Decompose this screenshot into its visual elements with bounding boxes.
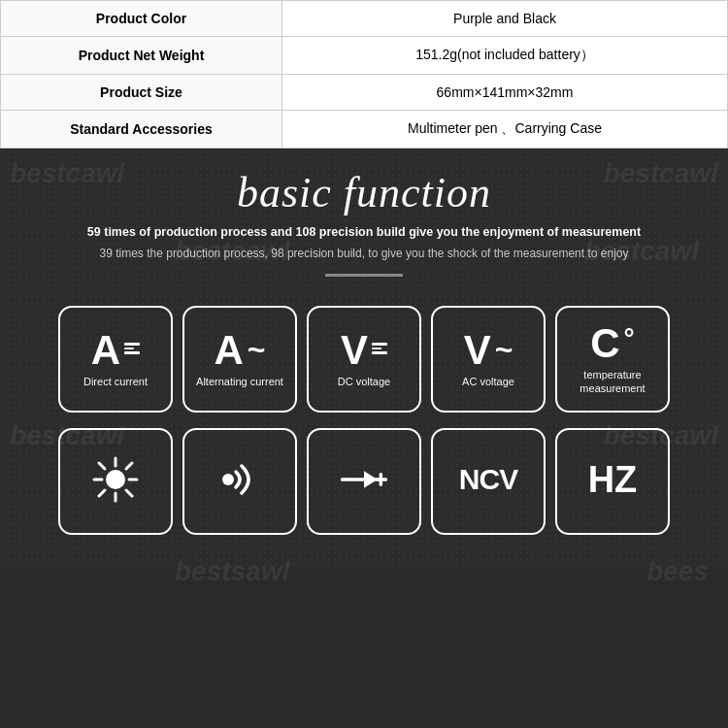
product-specs-table: Product Color Purple and Black Product N… [0,0,728,149]
table-row: Standard Accessories Multimeter pen 、Car… [1,111,728,149]
spec-value: Multimeter pen 、Carrying Case [282,111,728,149]
section-title: basic function [29,168,699,217]
ac-voltage-icon: V~ [464,330,513,371]
table-row: Product Color Purple and Black [1,1,728,37]
spec-label: Product Size [1,75,282,111]
watermark: bees [646,556,709,587]
spec-value: 66mm×141mm×32mm [282,75,728,111]
direct-current-label: Direct current [83,375,148,388]
ncv-icon: NCV [459,465,517,494]
continuity-card [182,428,297,535]
continuity-icon [215,456,265,503]
subtitle-bold: 59 times of production process and 108 p… [29,225,699,239]
dc-voltage-label: DC voltage [338,375,390,388]
diode-svg [339,456,389,503]
svg-line-5 [99,463,105,469]
spec-value: Purple and Black [282,1,728,37]
specs-table: Product Color Purple and Black Product N… [0,0,728,149]
spec-value: 151.2g(not included battery） [282,37,728,75]
spec-label: Product Color [1,1,282,37]
direct-current-icon: A [91,330,140,371]
watermark: bestsawl [175,556,289,587]
subtitle-light: 39 times the production process, 98 prec… [29,247,699,260]
ac-voltage-label: AC voltage [462,375,514,388]
svg-line-6 [126,490,132,496]
table-row: Product Net Weight 151.2g(not included b… [1,37,728,75]
alternating-current-card: A~ Alternating current [182,306,297,413]
icon-row-2: NCV HZ [29,428,699,535]
svg-line-7 [126,463,132,469]
temperature-icon: C° [590,323,635,364]
svg-point-9 [222,474,234,485]
diode-card [307,428,421,535]
backlight-icon [92,456,139,503]
hz-card: HZ [555,428,670,535]
sun-svg [92,456,139,503]
spec-label: Standard Accessories [1,111,282,149]
dc-voltage-card: V DC voltage [307,306,421,413]
table-row: Product Size 66mm×141mm×32mm [1,75,728,111]
svg-point-0 [106,470,125,489]
temperature-card: C° temperaturemeasurement [555,306,670,413]
svg-line-8 [99,490,105,496]
temperature-label: temperaturemeasurement [579,368,645,396]
alternating-current-label: Alternating current [196,375,283,388]
icon-row-1: A Direct current A~ Alternating current … [29,306,699,413]
diode-icon [339,456,389,503]
backlight-card [58,428,173,535]
alternating-current-icon: A~ [214,330,265,371]
spec-label: Product Net Weight [1,37,282,75]
hz-icon: HZ [588,461,638,498]
ncv-card: NCV [431,428,546,535]
feature-section: bestcawl bestcawl bestcawl bestcawl best… [0,149,728,570]
section-divider [325,274,403,277]
sound-svg [215,456,265,503]
ac-voltage-card: V~ AC voltage [431,306,546,413]
dc-voltage-icon: V [341,330,387,371]
direct-current-card: A Direct current [58,306,173,413]
